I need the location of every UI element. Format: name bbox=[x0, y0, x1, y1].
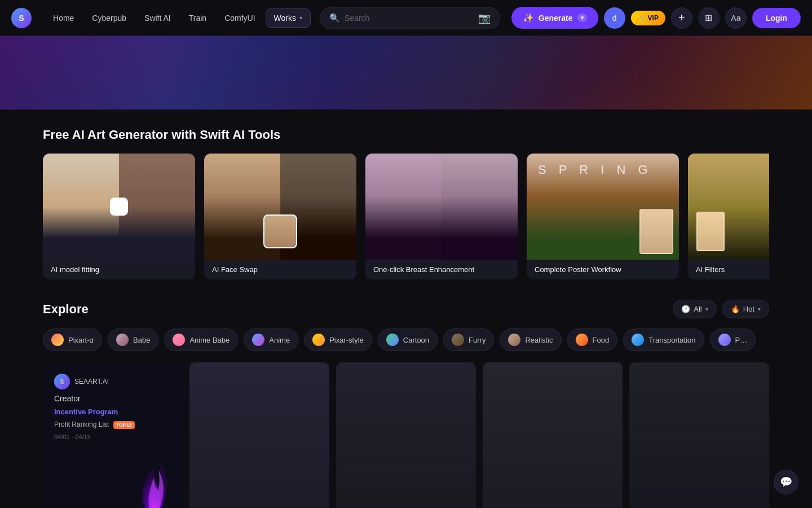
explore-controls: 🕐 All ▾ 🔥 Hot ▾ bbox=[673, 300, 769, 318]
sparkle-icon: ✨ bbox=[523, 12, 534, 23]
nav-links: Home Cyberpub Swift AI Train ComfyUI Wor… bbox=[45, 8, 311, 28]
nav-home[interactable]: Home bbox=[45, 9, 82, 27]
tool-card-breast-enhancement[interactable]: One-click Breast Enhancement bbox=[365, 154, 518, 279]
tool-card-poster-workflow[interactable]: S P R I N G Complete Poster Workflow bbox=[527, 154, 679, 279]
category-thumb-realistic bbox=[508, 334, 520, 346]
category-thumb-babe bbox=[116, 334, 129, 346]
vip-badge[interactable]: 👑 VIP bbox=[631, 11, 665, 25]
all-dropdown-arrow: ▾ bbox=[705, 306, 708, 312]
category-label-more: P… bbox=[735, 336, 748, 344]
explore-header: Explore 🕐 All ▾ 🔥 Hot ▾ bbox=[43, 300, 769, 318]
login-button[interactable]: Login bbox=[752, 8, 801, 28]
promo-incentive-label: Incentive Program bbox=[54, 408, 171, 416]
nav-train[interactable]: Train bbox=[181, 9, 214, 27]
camera-icon[interactable]: 📷 bbox=[478, 12, 491, 24]
category-label-cartoon: Cartoon bbox=[403, 336, 429, 344]
nav-works[interactable]: Works ▾ bbox=[266, 8, 311, 28]
category-babe[interactable]: Babe bbox=[108, 329, 158, 351]
category-label-furry: Furry bbox=[469, 336, 486, 344]
hero-banner bbox=[0, 36, 812, 110]
grid-item-4[interactable] bbox=[483, 362, 623, 508]
swap-icon: ⇄ bbox=[110, 198, 128, 216]
tools-grid: ⇄ AI model fitting AI Face Swap bbox=[43, 154, 769, 279]
promo-card[interactable]: S SEAART.AI Creator Incentive Program Pr… bbox=[43, 362, 183, 508]
filter-hot-label: Hot bbox=[743, 305, 754, 313]
category-cartoon[interactable]: Cartoon bbox=[378, 329, 438, 351]
grid-item-5[interactable] bbox=[629, 362, 769, 508]
plus-icon: + bbox=[678, 11, 685, 24]
category-food[interactable]: Food bbox=[567, 329, 618, 351]
category-thumb-cartoon bbox=[386, 334, 399, 346]
tool-card-img-1: ⇄ bbox=[43, 154, 195, 260]
filter-all-pill[interactable]: 🕐 All ▾ bbox=[673, 300, 716, 318]
category-thumb-anime bbox=[252, 334, 264, 346]
promo-logo-icon: S bbox=[54, 374, 70, 389]
grid-icon: ⊞ bbox=[705, 12, 712, 23]
category-more[interactable]: P… bbox=[710, 329, 756, 351]
grid-item-3[interactable] bbox=[336, 362, 476, 508]
promo-profit-label: Profit Ranking List TOP15 bbox=[54, 421, 171, 429]
promo-site-name: SEAART.AI bbox=[74, 378, 109, 386]
search-bar[interactable]: 🔍 📷 bbox=[320, 7, 500, 29]
category-label-food: Food bbox=[593, 336, 610, 344]
spring-text: S P R I N G bbox=[538, 163, 652, 177]
category-label-anime-babe: Anime Babe bbox=[189, 336, 230, 344]
discord-icon: d bbox=[612, 14, 617, 23]
category-thumb-pixar bbox=[312, 334, 325, 346]
nav-swift-ai[interactable]: Swift AI bbox=[136, 9, 179, 27]
model-face-right bbox=[119, 154, 195, 260]
tool-card-label-5: AI Filters bbox=[688, 260, 769, 279]
flame-graphic bbox=[132, 453, 177, 508]
vip-crown-icon: 👑 bbox=[638, 14, 646, 22]
generate-button[interactable]: ✨ Generate ▾ bbox=[511, 7, 598, 29]
tools-section-title: Free AI Art Generator with Swift AI Tool… bbox=[43, 128, 769, 142]
category-label-realistic: Realistic bbox=[525, 336, 553, 344]
category-transportation[interactable]: Transportation bbox=[623, 329, 704, 351]
plus-button[interactable]: + bbox=[671, 7, 692, 29]
category-realistic[interactable]: Realistic bbox=[500, 329, 561, 351]
category-label-transportation: Transportation bbox=[648, 336, 695, 344]
vip-label: VIP bbox=[648, 14, 659, 22]
grid-button[interactable]: ⊞ bbox=[698, 7, 720, 29]
fire-icon: 🔥 bbox=[731, 305, 740, 313]
category-label-pixart: Pixart-α bbox=[68, 336, 94, 344]
logo[interactable]: S bbox=[11, 8, 32, 28]
category-thumb-more bbox=[718, 334, 731, 346]
tool-card-img-5 bbox=[688, 154, 769, 260]
tool-card-label-4: Complete Poster Workflow bbox=[527, 260, 679, 279]
nav-right: ✨ Generate ▾ d 👑 VIP + ⊞ Aa Login bbox=[511, 7, 801, 29]
search-input[interactable] bbox=[345, 14, 474, 23]
promo-date: 04/01 - 04/15 bbox=[54, 433, 171, 440]
grid-item-2[interactable] bbox=[189, 362, 329, 508]
tool-card-ai-filters[interactable]: AI Filters bbox=[688, 154, 769, 279]
nav-cyberpub[interactable]: Cyberpub bbox=[84, 9, 134, 27]
hot-dropdown-arrow: ▾ bbox=[758, 306, 761, 312]
tool-card-ai-face-swap[interactable]: AI Face Swap bbox=[204, 154, 356, 279]
category-furry[interactable]: Furry bbox=[443, 329, 494, 351]
tool-card-img-2 bbox=[204, 154, 356, 260]
filter-hot-pill[interactable]: 🔥 Hot ▾ bbox=[722, 300, 769, 318]
category-pixart[interactable]: Pixart-α bbox=[43, 329, 102, 351]
category-anime[interactable]: Anime bbox=[244, 329, 298, 351]
category-anime-babe[interactable]: Anime Babe bbox=[164, 329, 238, 351]
image-grid: S SEAART.AI Creator Incentive Program Pr… bbox=[43, 362, 769, 508]
generate-dropdown-arrow[interactable]: ▾ bbox=[577, 14, 587, 22]
support-button[interactable]: 💬 bbox=[774, 470, 798, 494]
tool-card-ai-model-fitting[interactable]: ⇄ AI model fitting bbox=[43, 154, 195, 279]
category-pixar-style[interactable]: Pixar-style bbox=[304, 329, 372, 351]
tool-card-img-4: S P R I N G bbox=[527, 154, 679, 260]
translate-button[interactable]: Aa bbox=[725, 7, 747, 29]
category-thumb-furry bbox=[452, 334, 464, 346]
discord-button[interactable]: d bbox=[604, 7, 625, 29]
category-label-pixar-style: Pixar-style bbox=[329, 336, 364, 344]
category-thumb-food bbox=[576, 334, 588, 346]
promo-creator-label: Creator bbox=[54, 394, 171, 403]
logo-text: S bbox=[19, 14, 24, 23]
translate-icon: Aa bbox=[731, 14, 740, 23]
promo-logo-text: S bbox=[60, 378, 64, 385]
nav-comfyui[interactable]: ComfyUI bbox=[217, 9, 263, 27]
chevron-down-icon: ▾ bbox=[299, 15, 302, 21]
tool-card-label-2: AI Face Swap bbox=[204, 260, 356, 279]
promo-badge: TOP15 bbox=[113, 421, 135, 429]
support-icon: 💬 bbox=[780, 476, 792, 488]
